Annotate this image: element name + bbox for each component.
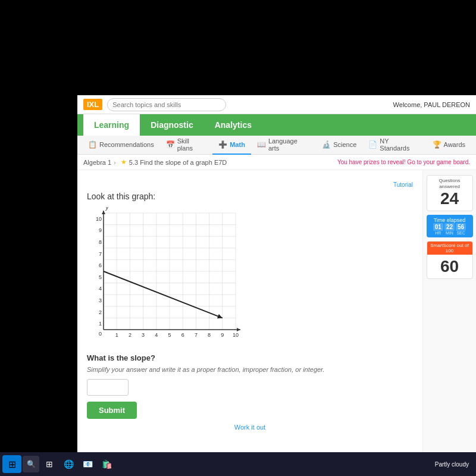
awards-icon: 🏆 (433, 140, 441, 149)
tutorial-button[interactable]: Tutorial (393, 181, 413, 188)
taskbar-browser[interactable]: 🌐 (60, 455, 77, 473)
smartscore-value: 60 (430, 257, 470, 276)
taskbar-apps[interactable]: ⊞ (40, 455, 58, 473)
tab-awards[interactable]: 🏆 Awards (427, 136, 471, 155)
question-heading: Look at this graph: (87, 192, 413, 201)
ixl-logo: IXL (83, 99, 102, 110)
start-button[interactable]: ⊞ (2, 455, 21, 473)
slope-graph (87, 207, 242, 344)
skill-plans-icon: 📅 (166, 140, 175, 149)
chevron-icon: › (114, 159, 116, 166)
tab-science[interactable]: 🔬 Science (316, 136, 362, 155)
time-hr-block: 01 HR (433, 223, 443, 235)
star-icon: ★ (121, 158, 127, 166)
questions-answered-label: Questions answered (430, 178, 470, 189)
ny-standards-icon: 📄 (368, 140, 377, 149)
weather-info: Partly cloudy (435, 461, 474, 468)
tab-math[interactable]: ➕ Math (212, 136, 251, 155)
nav-learning[interactable]: Learning (83, 114, 140, 136)
work-it-out-link[interactable]: Work it out (87, 424, 413, 431)
tab-ny-standards[interactable]: 📄 NY Standards (362, 136, 426, 155)
time-elapsed-box: Time elapsed 01 HR 22 MIN 56 SEC (427, 215, 473, 237)
simplify-instruction: Simplify your answer and write it as a p… (87, 366, 413, 373)
taskbar-store[interactable]: 🛍️ (98, 455, 115, 473)
questions-answered-box: Questions answered 24 (427, 175, 473, 211)
science-icon: 🔬 (322, 140, 331, 149)
questions-answered-value: 24 (430, 189, 470, 208)
breadcrumb-subject[interactable]: Algebra 1 (83, 159, 111, 166)
slope-question-label: What is the slope? (87, 353, 413, 362)
nav-diagnostic[interactable]: Diagnostic (140, 114, 204, 136)
top-bar: IXL Welcome, PAUL DEREON (77, 95, 476, 114)
breadcrumb: Algebra 1 › ★ 5.3 Find the slope of a gr… (77, 155, 476, 170)
time-sec-block: 56 SEC (456, 223, 466, 235)
nav-analytics[interactable]: Analytics (204, 114, 262, 136)
tab-language-arts[interactable]: 📖 Language arts (251, 136, 316, 155)
main-content: Tutorial Look at this graph: What is the… (77, 170, 476, 476)
main-screen: IXL Welcome, PAUL DEREON Learning Diagno… (77, 95, 476, 476)
tabs-bar: 📋 Recommendations 📅 Skill plans ➕ Math 📖… (77, 136, 476, 155)
math-icon: ➕ (218, 140, 227, 149)
taskbar-mail[interactable]: 📧 (79, 455, 96, 473)
smartscore-label: SmartScore out of 100 (427, 242, 472, 255)
time-elapsed-label: Time elapsed (429, 217, 471, 223)
welcome-text: Welcome, PAUL DEREON (393, 101, 470, 108)
taskbar-search-button[interactable]: 🔍 (23, 456, 39, 472)
answer-input[interactable] (87, 379, 129, 396)
prizes-banner[interactable]: You have prizes to reveal! Go to your ga… (337, 159, 470, 165)
language-arts-icon: 📖 (257, 140, 266, 149)
nav-bar: Learning Diagnostic Analytics (77, 114, 476, 136)
question-area: Tutorial Look at this graph: What is the… (77, 170, 422, 476)
recommendations-icon: 📋 (88, 140, 97, 149)
taskbar: ⊞ 🔍 ⊞ 🌐 📧 🛍️ Partly cloudy (0, 452, 476, 476)
tab-recommendations[interactable]: 📋 Recommendations (82, 136, 160, 155)
smartscore-box: SmartScore out of 100 60 (427, 241, 473, 279)
graph-container (87, 207, 242, 346)
breadcrumb-skill: 5.3 Find the slope of a graph E7D (129, 159, 227, 166)
search-input[interactable] (107, 98, 226, 111)
submit-button[interactable]: Submit (87, 402, 137, 419)
time-elapsed-display: 01 HR 22 MIN 56 SEC (429, 223, 471, 235)
sidebar: Questions answered 24 Time elapsed 01 HR… (422, 170, 476, 476)
time-min-block: 22 MIN (444, 223, 455, 235)
tab-skill-plans[interactable]: 📅 Skill plans (160, 136, 212, 155)
